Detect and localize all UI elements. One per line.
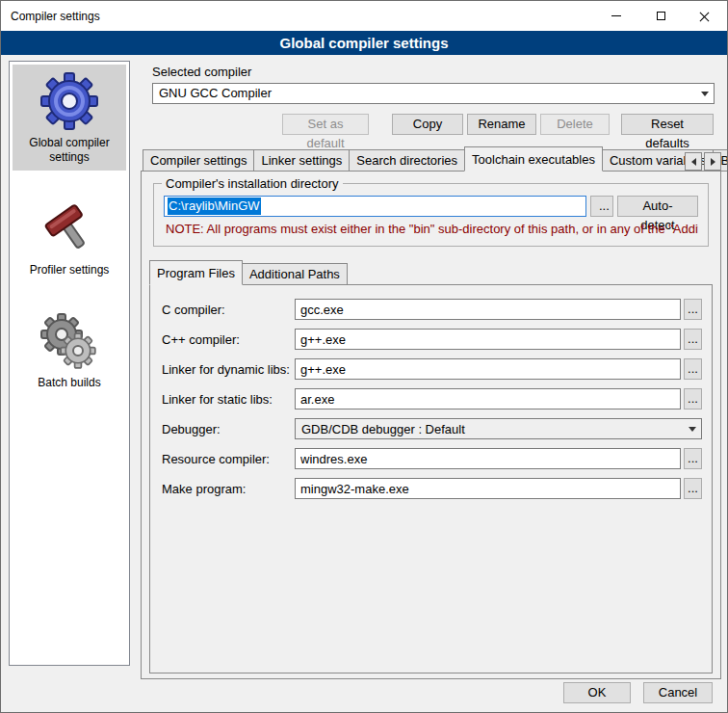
settings-tabstrip: Compiler settings Linker settings Search… (143, 146, 721, 172)
ok-button[interactable]: OK (563, 682, 631, 703)
field-row-static-linker: Linker for static libs: ... (162, 388, 702, 409)
auto-detect-button[interactable]: Auto-detect (617, 196, 698, 217)
blue-gear-icon (39, 70, 100, 132)
compiler-settings-dialog: Compiler settings Global compiler settin… (0, 0, 728, 713)
tab-scroll-right-button[interactable] (704, 152, 721, 171)
resource-compiler-input[interactable] (295, 448, 681, 469)
make-program-browse-button[interactable]: ... (684, 478, 702, 499)
sidebar-item-label: Profiler settings (13, 263, 126, 277)
settings-category-sidebar: Global compiler settings Profiler settin… (9, 61, 130, 666)
arrow-right-icon (711, 158, 715, 166)
installation-directory-group: Compiler's installation directory C:\ray… (153, 183, 709, 247)
compiler-select[interactable]: GNU GCC Compiler (152, 83, 715, 104)
page-title: Global compiler settings (1, 31, 727, 55)
files-subtabstrip: Program Files Additional Paths (149, 260, 720, 285)
delete-button[interactable]: Delete (540, 114, 610, 135)
field-label: Resource compiler: (162, 452, 295, 466)
programs-location-note: NOTE: All programs must exist either in … (166, 222, 698, 236)
make-program-input[interactable] (295, 478, 681, 499)
copy-button[interactable]: Copy (392, 114, 463, 135)
tab-scroll-left-button[interactable] (685, 152, 702, 171)
field-label: C++ compiler: (162, 332, 295, 347)
sidebar-item-global-compiler-settings[interactable]: Global compiler settings (13, 65, 126, 171)
installation-directory-browse-button[interactable]: ... (590, 196, 613, 217)
field-row-resource-compiler: Resource compiler: ... (162, 448, 702, 469)
dynamic-linker-input[interactable] (295, 358, 681, 380)
field-label: Debugger: (162, 422, 295, 436)
sidebar-item-profiler-settings[interactable]: Profiler settings (13, 192, 126, 283)
tab-linker-settings[interactable]: Linker settings (253, 149, 350, 172)
installation-directory-group-title: Compiler's installation directory (162, 176, 343, 191)
tab-toolchain-executables[interactable]: Toolchain executables (464, 146, 603, 172)
tab-scroll-buttons (685, 152, 721, 171)
installation-directory-row: C:\raylib\MinGW ... Auto-detect (164, 196, 698, 217)
subtab-program-files[interactable]: Program Files (149, 260, 243, 285)
selected-compiler-label: Selected compiler (152, 65, 721, 79)
field-label: C compiler: (162, 303, 295, 317)
chevron-down-icon (696, 92, 714, 96)
field-row-make-program: Make program: ... (162, 478, 702, 499)
toolchain-executables-panel: Compiler's installation directory C:\ray… (141, 171, 721, 679)
debugger-select-value: GDB/CDB debugger : Default (296, 422, 684, 436)
cancel-button[interactable]: Cancel (643, 682, 713, 703)
window-controls (594, 1, 727, 31)
compiler-select-value: GNU GCC Compiler (153, 84, 696, 103)
static-linker-browse-button[interactable]: ... (684, 388, 702, 409)
tab-search-directories[interactable]: Search directories (349, 149, 465, 172)
cpp-compiler-browse-button[interactable]: ... (684, 329, 702, 350)
field-label: Linker for dynamic libs: (162, 362, 295, 377)
sidebar-item-label: Batch builds (13, 376, 126, 390)
program-files-panel: C compiler: ... C++ compiler: ... Linker… (149, 284, 713, 673)
c-compiler-input[interactable] (295, 299, 681, 320)
field-row-dynamic-linker: Linker for dynamic libs: ... (162, 358, 702, 380)
maximize-icon (657, 12, 665, 20)
static-linker-input[interactable] (295, 388, 681, 409)
set-as-default-button[interactable]: Set as default (282, 114, 369, 135)
c-compiler-browse-button[interactable]: ... (684, 299, 702, 320)
subtab-additional-paths[interactable]: Additional Paths (242, 263, 348, 285)
reset-defaults-button[interactable]: Reset defaults (621, 114, 714, 135)
field-row-c-compiler: C compiler: ... (162, 299, 702, 320)
arrow-left-icon (691, 158, 696, 166)
profiler-hammer-icon (39, 198, 100, 259)
maximize-button[interactable] (638, 1, 683, 31)
main-content: Selected compiler GNU GCC Compiler Set a… (141, 59, 721, 713)
tab-compiler-settings[interactable]: Compiler settings (143, 149, 254, 172)
debugger-select[interactable]: GDB/CDB debugger : Default (295, 418, 702, 439)
resource-compiler-browse-button[interactable]: ... (684, 448, 702, 469)
sidebar-item-label: Global compiler settings (13, 136, 126, 165)
installation-directory-input[interactable]: C:\raylib\MinGW (164, 196, 586, 217)
minimize-button[interactable] (594, 1, 638, 31)
chevron-down-icon (684, 427, 701, 432)
window-title: Compiler settings (1, 10, 594, 23)
rename-button[interactable]: Rename (467, 114, 536, 135)
sidebar-item-batch-builds[interactable]: Batch builds (13, 304, 126, 396)
dynamic-linker-browse-button[interactable]: ... (684, 358, 702, 380)
dialog-footer: OK Cancel (563, 682, 713, 703)
field-row-debugger: Debugger: GDB/CDB debugger : Default (162, 418, 702, 439)
installation-directory-value: C:\raylib\MinGW (168, 198, 261, 215)
gray-gears-icon (39, 310, 100, 372)
cpp-compiler-input[interactable] (295, 329, 681, 350)
field-label: Make program: (162, 482, 295, 496)
close-icon (699, 11, 711, 22)
close-button[interactable] (683, 1, 727, 31)
compiler-buttons-row: Set as default Copy Rename Delete Reset … (152, 114, 714, 135)
titlebar: Compiler settings (1, 1, 727, 31)
field-row-cpp-compiler: C++ compiler: ... (162, 329, 702, 350)
minimize-icon (611, 15, 621, 16)
field-label: Linker for static libs: (162, 392, 295, 407)
